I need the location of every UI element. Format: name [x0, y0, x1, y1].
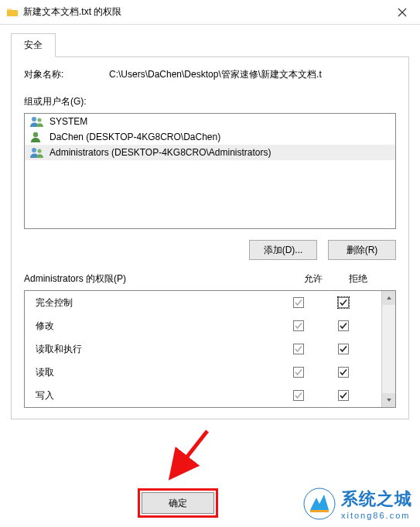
folder-icon — [6, 6, 19, 19]
groups-label: 组或用户名(G): — [24, 95, 396, 108]
deny-header: 拒绝 — [336, 272, 381, 286]
ok-wrap: 确定 — [138, 488, 218, 518]
list-item-label: SYSTEM — [50, 116, 87, 127]
group-icon — [29, 146, 45, 159]
watermark-url: xitong86.com — [341, 511, 412, 520]
svg-point-3 — [32, 148, 36, 152]
permissions-list: 完全控制修改读取和执行读取写入 — [25, 291, 381, 407]
scrollbar[interactable] — [381, 291, 395, 407]
allow-checkbox[interactable] — [293, 297, 304, 308]
user-icon — [29, 131, 45, 143]
close-button[interactable] — [384, 0, 420, 25]
permission-name: 修改 — [36, 320, 276, 333]
scroll-up[interactable] — [382, 291, 395, 305]
watermark-name: 系统之城 — [341, 488, 412, 511]
tab-strip: 安全 — [11, 33, 409, 57]
deny-checkbox[interactable] — [338, 297, 349, 308]
allow-header: 允许 — [291, 272, 336, 286]
deny-checkbox[interactable] — [338, 320, 349, 331]
permission-row: 读取 — [25, 361, 381, 384]
watermark-icon — [302, 487, 336, 521]
allow-checkbox[interactable] — [293, 320, 304, 331]
ok-highlight: 确定 — [138, 488, 218, 518]
object-path: C:\Users\DaChen\Desktop\管家速修\新建文本文档.t — [109, 68, 396, 81]
permissions-header: Administrators 的权限(P) 允许 拒绝 — [24, 272, 396, 286]
permissions-title: Administrators 的权限(P) — [24, 272, 291, 286]
permission-row: 完全控制 — [25, 291, 381, 314]
window-title: 新建文本文档.txt 的权限 — [23, 5, 384, 19]
watermark-text: 系统之城 xitong86.com — [341, 488, 412, 520]
permission-row: 修改 — [25, 314, 381, 337]
permission-row: 写入 — [25, 384, 381, 407]
list-item-label: Administrators (DESKTOP-4KG8CRO\Administ… — [50, 147, 271, 158]
list-item[interactable]: Administrators (DESKTOP-4KG8CRO\Administ… — [25, 145, 395, 160]
permission-row: 读取和执行 — [25, 337, 381, 361]
deny-checkbox[interactable] — [338, 390, 349, 401]
svg-point-1 — [37, 118, 41, 121]
group-icon — [29, 115, 45, 128]
allow-checkbox[interactable] — [293, 344, 304, 354]
permission-name: 读取和执行 — [36, 343, 276, 356]
allow-checkbox[interactable] — [293, 390, 304, 401]
list-item[interactable]: SYSTEM — [25, 114, 395, 129]
svg-point-4 — [37, 149, 41, 152]
permission-name: 写入 — [36, 389, 276, 402]
svg-point-2 — [33, 132, 38, 137]
allow-checkbox[interactable] — [293, 367, 304, 378]
scroll-down[interactable] — [382, 393, 395, 407]
groups-listbox[interactable]: SYSTEMDaChen (DESKTOP-4KG8CRO\DaChen)Adm… — [24, 113, 396, 229]
annotation-arrow — [161, 426, 223, 488]
svg-point-0 — [32, 117, 36, 121]
deny-checkbox[interactable] — [338, 344, 349, 354]
object-label: 对象名称: — [24, 68, 109, 81]
title-bar: 新建文本文档.txt 的权限 — [0, 0, 420, 25]
ok-button[interactable]: 确定 — [142, 492, 214, 514]
tab-content: 对象名称: C:\Users\DaChen\Desktop\管家速修\新建文本文… — [11, 57, 409, 419]
list-item-label: DaChen (DESKTOP-4KG8CRO\DaChen) — [50, 132, 220, 142]
tab-security[interactable]: 安全 — [11, 33, 56, 57]
permission-name: 完全控制 — [36, 296, 276, 310]
add-button[interactable]: 添加(D)... — [249, 240, 317, 260]
dialog-body: 安全 对象名称: C:\Users\DaChen\Desktop\管家速修\新建… — [0, 25, 420, 430]
remove-button[interactable]: 删除(R) — [328, 240, 396, 260]
group-buttons: 添加(D)... 删除(R) — [24, 240, 396, 260]
object-row: 对象名称: C:\Users\DaChen\Desktop\管家速修\新建文本文… — [24, 68, 396, 81]
permission-name: 读取 — [36, 366, 276, 379]
deny-checkbox[interactable] — [338, 367, 349, 378]
watermark: 系统之城 xitong86.com — [302, 487, 412, 521]
list-item[interactable]: DaChen (DESKTOP-4KG8CRO\DaChen) — [25, 129, 395, 145]
permissions-box: 完全控制修改读取和执行读取写入 — [24, 290, 396, 408]
svg-rect-6 — [310, 510, 329, 512]
